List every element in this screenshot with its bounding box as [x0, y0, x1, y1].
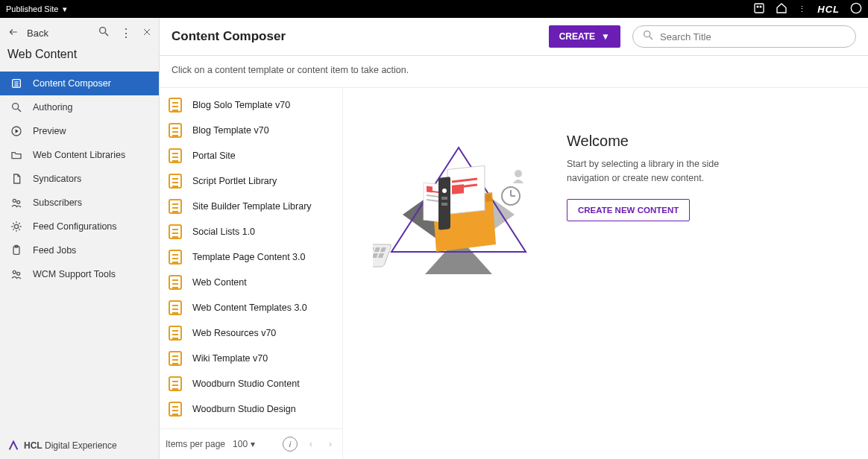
library-item[interactable]: Web Content Templates 3.0 [160, 295, 342, 320]
gear-icon [10, 221, 22, 232]
library-icon [169, 98, 182, 113]
sidebar-item-content-composer[interactable]: Content Composer [0, 72, 159, 95]
library-item[interactable]: Web Content [160, 270, 342, 295]
library-item[interactable]: Portal Site [160, 143, 342, 168]
app-switcher-icon[interactable] [753, 2, 765, 16]
sidebar-item-label: Content Composer [33, 78, 111, 89]
library-item[interactable]: Blog Solo Template v70 [160, 92, 342, 118]
prev-page-button[interactable]: ‹ [305, 439, 317, 449]
people-icon [10, 197, 22, 209]
library-item-label: Web Resources v70 [192, 328, 276, 338]
library-item-label: Portal Site [192, 151, 236, 161]
svg-point-14 [13, 199, 16, 202]
sidebar-item-syndicators[interactable]: Syndicators [0, 167, 159, 191]
chevron-down-icon[interactable]: ▾ [63, 4, 67, 14]
library-icon [169, 326, 182, 341]
sidebar-item-wcm-support-tools[interactable]: WCM Support Tools [0, 262, 159, 286]
svg-point-15 [17, 200, 20, 203]
back-button[interactable]: Back [7, 27, 48, 39]
svg-rect-51 [441, 197, 447, 200]
library-item[interactable]: Site Builder Template Library [160, 194, 342, 219]
welcome-illustration [373, 133, 544, 289]
sidebar-item-web-content-libraries[interactable]: Web Content Libraries [0, 143, 159, 167]
library-item-label: Web Content Templates 3.0 [192, 303, 307, 313]
svg-point-50 [442, 189, 447, 193]
create-button[interactable]: CREATE ▼ [549, 25, 620, 48]
arrow-left-icon [7, 27, 19, 39]
more-icon[interactable]: ⋮ [798, 4, 807, 14]
library-item[interactable]: Script Portlet Library [160, 168, 342, 194]
sidebar-item-subscribers[interactable]: Subscribers [0, 191, 159, 215]
brand-logo: HCL [817, 4, 840, 15]
info-icon[interactable]: i [283, 437, 298, 452]
sidebar-item-feed-jobs[interactable]: Feed Jobs [0, 238, 159, 262]
svg-line-5 [105, 33, 108, 36]
svg-rect-2 [760, 6, 762, 8]
play-icon [10, 125, 22, 137]
library-icon [169, 275, 182, 290]
svg-point-16 [14, 224, 18, 228]
people-icon [10, 268, 22, 280]
file-icon [10, 173, 22, 185]
sidebar-item-label: Web Content Libraries [33, 150, 125, 160]
home-icon[interactable] [776, 2, 787, 16]
svg-point-34 [515, 170, 522, 177]
sidebar-item-label: Subscribers [33, 197, 82, 208]
chevron-down-icon: ▼ [601, 31, 610, 42]
library-item[interactable]: Wiki Template v70 [160, 346, 342, 371]
library-item-label: Site Builder Template Library [192, 201, 312, 212]
chevron-down-icon: ▾ [251, 439, 255, 449]
library-list-column: Blog Solo Template v70Blog Template v70P… [160, 88, 343, 459]
sidebar-item-label: Authoring [33, 102, 73, 113]
library-icon [169, 300, 182, 315]
library-icon [169, 224, 182, 239]
sidebar: Back ⋮ Web Content Content ComposerAutho… [0, 18, 160, 459]
main-area: Content Composer CREATE ▼ Click on a con… [160, 18, 868, 459]
svg-rect-30 [452, 184, 464, 194]
search-icon[interactable] [98, 25, 110, 40]
library-item[interactable]: Web Resources v70 [160, 320, 342, 346]
svg-point-19 [13, 270, 16, 273]
library-item[interactable]: Blog Template v70 [160, 118, 342, 143]
list-footer: Items per page 100 ▾ i ‹ › [160, 428, 342, 459]
search-icon [642, 29, 654, 44]
svg-point-3 [851, 3, 861, 13]
sidebar-title: Web Content [0, 43, 159, 72]
search-input[interactable] [660, 31, 846, 42]
main-header: Content Composer CREATE ▼ [160, 18, 868, 55]
svg-line-22 [650, 37, 652, 39]
sidebar-item-preview[interactable]: Preview [0, 119, 159, 143]
library-item[interactable]: Social Lists 1.0 [160, 219, 342, 244]
welcome-panel: Welcome Start by selecting a library in … [343, 88, 868, 459]
library-item-label: Woodburn Studio Content [192, 379, 300, 389]
library-item-label: Blog Solo Template v70 [192, 100, 290, 110]
search-field[interactable] [632, 25, 856, 48]
sidebar-footer-brand: HCL Digital Experience [7, 440, 117, 452]
close-icon[interactable] [142, 26, 151, 39]
list-icon [10, 77, 22, 89]
svg-rect-0 [755, 4, 764, 13]
items-per-page-select[interactable]: 100 ▾ [233, 439, 255, 449]
library-icon [169, 148, 182, 163]
top-bar: Published Site ▾ ⋮ HCL [0, 0, 868, 18]
svg-point-20 [17, 272, 20, 275]
welcome-heading: Welcome [567, 133, 761, 150]
create-new-content-button[interactable]: CREATE NEW CONTENT [567, 199, 690, 221]
library-item[interactable]: Woodburn Studio Content [160, 371, 342, 396]
sidebar-item-label: WCM Support Tools [33, 269, 116, 279]
library-icon [169, 402, 182, 417]
sidebar-item-feed-configurations[interactable]: Feed Configurations [0, 215, 159, 238]
sidebar-item-label: Syndicators [33, 174, 81, 184]
library-item-label: Blog Template v70 [192, 125, 269, 136]
library-item[interactable]: Woodburn Studio Design [160, 396, 342, 422]
svg-marker-13 [16, 129, 19, 133]
sidebar-item-authoring[interactable]: Authoring [0, 95, 159, 119]
library-icon [169, 123, 182, 138]
more-icon[interactable]: ⋮ [120, 26, 132, 40]
site-switcher[interactable]: Published Site [6, 4, 58, 13]
next-page-button[interactable]: › [324, 439, 336, 449]
user-avatar-icon[interactable] [850, 2, 862, 16]
library-icon [169, 351, 182, 366]
back-label: Back [27, 28, 48, 39]
library-item[interactable]: Template Page Content 3.0 [160, 244, 342, 270]
